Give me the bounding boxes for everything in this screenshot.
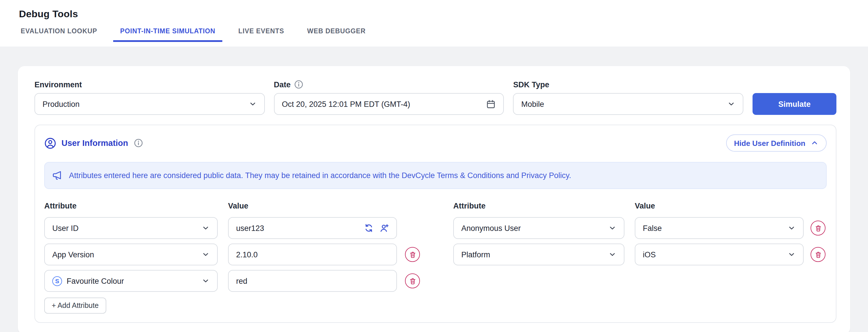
simulation-controls-row: Environment Production Date Oct 20, 2025… [34,80,836,115]
sdk-type-label: SDK Type [513,81,743,89]
environment-value: Production [42,100,243,108]
favourite-colour-value-input[interactable] [228,270,397,292]
section-title: User Information [61,139,128,148]
sdk-type-select[interactable]: Mobile [513,93,743,115]
hide-user-definition-button[interactable]: Hide User Definition [726,134,827,152]
info-circle-icon[interactable] [294,80,303,89]
string-type-badge: S [52,276,62,286]
delete-attribute-button[interactable] [811,220,826,236]
tab-bar: EVALUATION LOOKUP POINT-IN-TIME SIMULATI… [14,28,868,42]
chevron-down-icon [202,224,210,232]
date-field-group: Date Oct 20, 2025 12:01 PM EDT (GMT-4) [274,80,504,115]
chevron-down-icon [202,250,210,259]
public-data-banner: Attributes entered here are considered p… [44,162,827,189]
chevron-down-icon [727,100,735,108]
chevron-down-icon [608,224,616,232]
date-value: Oct 20, 2025 12:01 PM EDT (GMT-4) [282,100,480,108]
user-definition-section: User Information Hide User Definition At… [34,125,836,323]
simulation-card: Environment Production Date Oct 20, 2025… [18,66,850,332]
attribute-column-header: Attribute [453,202,635,210]
anonymous-user-value-select[interactable]: False [635,217,804,239]
debug-tools-page: Debug Tools EVALUATION LOOKUP POINT-IN-T… [0,0,868,332]
user-info-header: User Information Hide User Definition [44,134,827,152]
date-input[interactable]: Oct 20, 2025 12:01 PM EDT (GMT-4) [274,93,504,115]
tab-live-events[interactable]: LIVE EVENTS [231,28,291,42]
banner-text: Attributes entered here are considered p… [69,171,571,180]
sdk-type-field-group: SDK Type Mobile [513,81,743,115]
tab-evaluation-lookup[interactable]: EVALUATION LOOKUP [14,28,104,42]
page-title: Debug Tools [0,0,868,20]
chevron-down-icon [248,100,256,108]
environment-label: Environment [34,81,265,89]
value-column-header: Value [635,202,655,210]
page-header: Debug Tools EVALUATION LOOKUP POINT-IN-T… [0,0,868,47]
environment-select[interactable]: Production [34,93,265,115]
chevron-down-icon [608,250,616,259]
sdk-type-value: Mobile [521,100,721,108]
add-attribute-button[interactable]: + Add Attribute [44,298,106,313]
randomize-user-id-button[interactable] [364,223,373,233]
user-id-value-field [228,217,397,239]
date-label: Date [274,80,504,89]
simulate-button[interactable]: Simulate [752,93,836,115]
trash-icon [814,224,822,232]
tab-point-in-time-simulation[interactable]: POINT-IN-TIME SIMULATION [113,28,222,42]
attribute-select-anonymous-user[interactable]: Anonymous User [453,217,624,239]
info-circle-icon[interactable] [134,139,143,148]
trash-icon [814,251,822,258]
attribute-column-header: Attribute [44,202,228,210]
page-body: Environment Production Date Oct 20, 2025… [0,47,868,332]
user-circle-icon [44,137,56,149]
attribute-row: App Version Platform [44,244,827,265]
chevron-down-icon [202,277,210,285]
attribute-select-app-version[interactable]: App Version [44,244,218,265]
megaphone-icon [52,170,63,181]
attribute-select-platform[interactable]: Platform [453,244,624,265]
user-id-value-input[interactable] [236,224,364,232]
attribute-select-user-id[interactable]: User ID [44,217,218,239]
platform-value-select[interactable]: iOS [635,244,804,265]
environment-field-group: Environment Production [34,81,265,115]
attribute-select-favourite-colour[interactable]: S Favourite Colour [44,270,218,292]
refresh-icon [364,223,373,233]
attribute-row: S Favourite Colour [44,270,827,292]
chevron-up-icon [811,139,818,147]
trash-icon [409,277,416,284]
tab-web-debugger[interactable]: WEB DEBUGGER [300,28,373,42]
attribute-row: User ID [44,217,827,239]
person-plus-icon [379,223,390,233]
delete-attribute-button[interactable] [405,247,420,262]
value-column-header: Value [228,202,248,210]
app-version-value-input[interactable] [228,244,397,265]
column-headers: Attribute Value Attribute Value [44,202,827,210]
chevron-down-icon [787,250,796,259]
calendar-icon[interactable] [486,99,496,109]
trash-icon [409,251,416,258]
save-user-button[interactable] [379,223,390,233]
chevron-down-icon [787,224,796,232]
delete-attribute-button[interactable] [811,247,826,262]
delete-attribute-button[interactable] [405,273,420,288]
